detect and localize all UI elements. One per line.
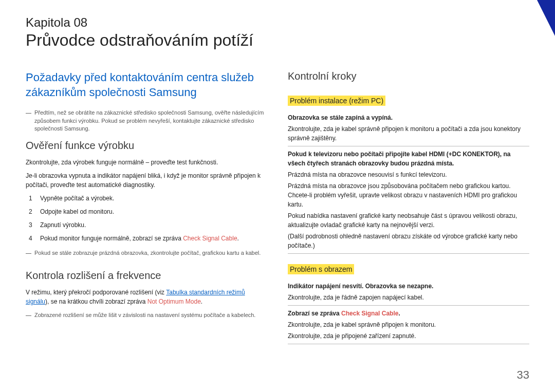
- main-heading: Požadavky před kontaktováním centra služ…: [26, 70, 267, 100]
- pc-block2: Pokud k televizoru nebo počítači připojí…: [288, 150, 529, 250]
- sec1-note-text: Pokud se stále zobrazuje prázdná obrazov…: [34, 249, 261, 257]
- sec2-p1: V režimu, který překročí podporované roz…: [26, 288, 267, 306]
- step-text: Odpojte kabel od monitoru.: [40, 207, 114, 216]
- step-text: Vypněte počítač a výrobek.: [40, 194, 114, 203]
- divider: [288, 344, 529, 344]
- sec2-note: ― Zobrazené rozlišení se může lišit v zá…: [26, 311, 267, 319]
- chapter-title: Průvodce odstraňováním potíží: [26, 31, 529, 50]
- note-dash-icon: ―: [26, 109, 31, 117]
- pc-problem-label: Problém instalace (režim PC): [288, 96, 385, 106]
- sec2-p1-red: Not Optimum Mode: [147, 298, 201, 305]
- pc-block1: Obrazovka se stále zapíná a vypíná. Zkon…: [288, 113, 529, 143]
- pc-b2-l2: Prázdná místa na obrazovce jsou způsobov…: [288, 181, 529, 209]
- right-heading: Kontrolní kroky: [288, 70, 529, 82]
- sec1-note: ― Pokud se stále zobrazuje prázdná obraz…: [26, 249, 267, 257]
- sec2-p1-pre: V režimu, který překročí podporované roz…: [26, 289, 166, 296]
- pre-note: ― Předtím, než se obrátíte na zákaznické…: [26, 109, 267, 133]
- page-number: 33: [517, 368, 529, 382]
- note-dash-icon: ―: [26, 311, 31, 319]
- screen-b2-red: Check Signal Cable: [341, 310, 398, 317]
- sec2-p1-mid: ), se na krátkou chvíli zobrazí zpráva: [45, 298, 147, 305]
- divider: [288, 305, 529, 306]
- chapter-label: Kapitola 08: [26, 15, 529, 30]
- corner-accent: [537, 0, 555, 36]
- divider: [288, 146, 529, 146]
- screen-b2-pre: Zobrazí se zpráva: [288, 310, 341, 317]
- step-text: Zapnutí výrobku.: [40, 220, 86, 230]
- screen-b2-l2: Zkontrolujte, zda je připojené zařízení …: [288, 331, 529, 341]
- screen-block2: Zobrazí se zpráva Check Signal Cable. Zk…: [288, 309, 529, 341]
- step-item: 3Zapnutí výrobku.: [29, 220, 267, 230]
- screen-problem-label: Problém s obrazem: [288, 264, 354, 274]
- left-column: Požadavky před kontaktováním centra služ…: [26, 70, 267, 347]
- sec2-note-text: Zobrazené rozlišení se může lišit v závi…: [34, 311, 255, 319]
- right-column: Kontrolní kroky Problém instalace (režim…: [288, 70, 529, 347]
- pc-b2-l4: (Další podrobnosti ohledně nastavení obr…: [288, 232, 529, 250]
- step-item: 1Vypněte počítač a výrobek.: [29, 194, 267, 203]
- pre-note-text: Předtím, než se obrátíte na zákaznické s…: [34, 109, 267, 133]
- pc-b2-l3: Pokud nabídka nastavení grafické karty n…: [288, 211, 529, 230]
- pc-b1-title: Obrazovka se stále zapíná a vypíná.: [288, 113, 529, 122]
- divider: [288, 253, 529, 254]
- step-item: 2Odpojte kabel od monitoru.: [29, 207, 267, 216]
- pc-b1-text: Zkontrolujte, zda je kabel správně připo…: [288, 124, 529, 143]
- sec1-steps: 1Vypněte počítač a výrobek. 2Odpojte kab…: [29, 194, 267, 243]
- pc-b2-l1: Prázdná místa na obrazovce nesouvisí s f…: [288, 170, 529, 179]
- pc-b2-title: Pokud k televizoru nebo počítači připojí…: [288, 150, 529, 168]
- sec1-p2: Je-li obrazovka vypnuta a indikátor napá…: [26, 171, 267, 190]
- step-text: Pokud monitor funguje normálně, zobrazí …: [40, 234, 239, 243]
- screen-block1: Indikátor napájení nesvítí. Obrazovka se…: [288, 282, 529, 302]
- screen-b1-text: Zkontrolujte, zda je řádně zapojen napáj…: [288, 293, 529, 302]
- screen-b2-title: Zobrazí se zpráva Check Signal Cable.: [288, 309, 529, 318]
- screen-b2-l1: Zkontrolujte, zda je kabel správně připo…: [288, 320, 529, 329]
- step4-red: Check Signal Cable: [183, 235, 237, 242]
- note-dash-icon: ―: [26, 249, 31, 257]
- screen-b1-title: Indikátor napájení nesvítí. Obrazovka se…: [288, 282, 529, 291]
- step-item: 4 Pokud monitor funguje normálně, zobraz…: [29, 234, 267, 243]
- sec1-heading: Ověření funkce výrobku: [26, 140, 267, 152]
- sec1-p1: Zkontrolujte, zda výrobek funguje normál…: [26, 158, 267, 167]
- sec2-heading: Kontrola rozlišení a frekvence: [26, 270, 267, 282]
- step4-pre: Pokud monitor funguje normálně, zobrazí …: [40, 235, 183, 242]
